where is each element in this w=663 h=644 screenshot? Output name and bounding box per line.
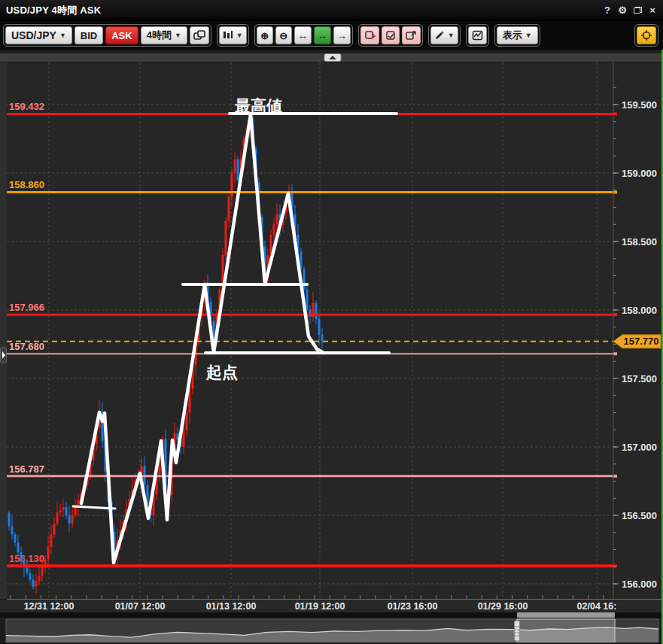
timeframe-label: 4時間 bbox=[147, 29, 172, 42]
crosshair-group bbox=[634, 24, 658, 47]
chevron-down-icon: ▼ bbox=[236, 32, 243, 39]
y-axis-label: 156.500 bbox=[622, 510, 657, 521]
axis-price-marker bbox=[613, 352, 617, 355]
candle bbox=[234, 159, 236, 173]
candlestick-chart[interactable]: 159.432158.860157.966157.680156.787156.1… bbox=[0, 50, 663, 644]
x-axis-label: 01/29 16:00 bbox=[478, 601, 528, 612]
select-chart-button[interactable] bbox=[382, 26, 400, 44]
add-chart-button[interactable] bbox=[360, 26, 379, 44]
pencil-icon bbox=[434, 30, 445, 41]
annotation-text[interactable]: 起点 bbox=[205, 363, 238, 381]
axis-price-marker bbox=[613, 475, 617, 478]
candle bbox=[62, 507, 65, 510]
candle bbox=[75, 507, 77, 515]
x-axis-label: 01/19 12:00 bbox=[295, 601, 345, 612]
candle bbox=[32, 580, 35, 587]
candle bbox=[20, 552, 23, 562]
draw-group: ▼ bbox=[428, 24, 461, 47]
candle bbox=[65, 507, 68, 515]
candle bbox=[47, 547, 50, 559]
chart-area: 159.432158.860157.966157.680156.787156.1… bbox=[0, 50, 663, 644]
y-axis-label: 159.500 bbox=[622, 99, 657, 111]
candle bbox=[228, 197, 230, 221]
display-label: 表示 bbox=[503, 29, 522, 42]
restore-window-icon[interactable] bbox=[630, 5, 645, 16]
settings-gear-icon[interactable]: ⚙ bbox=[615, 5, 630, 16]
display-dropdown[interactable]: 表示 ▼ bbox=[497, 26, 538, 44]
candle bbox=[59, 510, 62, 513]
chevron-down-icon: ▼ bbox=[175, 32, 181, 39]
candle bbox=[71, 515, 74, 524]
candle bbox=[11, 527, 14, 535]
candle bbox=[273, 224, 275, 235]
candle bbox=[231, 173, 233, 197]
chevron-down-icon: ▼ bbox=[448, 32, 455, 39]
candle bbox=[321, 335, 324, 342]
price-line-label: 156.787 bbox=[9, 463, 44, 475]
current-price-label: 157.770 bbox=[624, 336, 659, 347]
arrow-right-icon: → bbox=[337, 30, 347, 41]
candle bbox=[53, 524, 56, 535]
zoom-group: ⊕ ⊖ ↔ ↔ → bbox=[254, 24, 353, 47]
price-line-label: 157.966 bbox=[9, 302, 44, 313]
candle bbox=[14, 534, 17, 542]
draw-tools-dropdown[interactable]: ▼ bbox=[430, 26, 458, 44]
scrollbar-thumb[interactable] bbox=[517, 612, 615, 618]
crosshair-button[interactable] bbox=[637, 26, 656, 44]
popout-chart-button[interactable] bbox=[402, 26, 421, 44]
x-axis-label: 12/31 12:00 bbox=[24, 601, 75, 612]
indicator-group bbox=[466, 24, 489, 47]
close-icon[interactable]: × bbox=[645, 5, 660, 16]
y-axis-label: 159.000 bbox=[622, 168, 657, 179]
link-icon bbox=[193, 30, 205, 41]
axis-price-marker bbox=[613, 190, 617, 193]
scroll-to-latest-button[interactable]: → bbox=[333, 26, 351, 44]
plot-background[interactable] bbox=[7, 62, 613, 599]
candle bbox=[315, 303, 318, 319]
candle bbox=[8, 512, 11, 526]
chart-type-group: ▼ bbox=[217, 24, 249, 47]
y-axis-label: 157.000 bbox=[622, 442, 657, 453]
zoom-in-button[interactable]: ⊕ bbox=[257, 26, 273, 44]
popout-chart-icon bbox=[406, 30, 417, 41]
navigator-handle[interactable] bbox=[515, 621, 520, 641]
candle bbox=[17, 542, 20, 552]
candle bbox=[237, 159, 239, 180]
help-icon[interactable]: ? bbox=[600, 5, 615, 16]
titlebar: USD/JPY 4時間 ASK ? ⚙ × bbox=[0, 0, 663, 21]
auto-scroll-button[interactable]: ↔ bbox=[314, 26, 331, 44]
bid-button[interactable]: BID bbox=[75, 26, 103, 44]
candle bbox=[41, 567, 44, 576]
y-axis-label: 158.500 bbox=[622, 236, 657, 248]
y-axis-label: 157.500 bbox=[622, 373, 657, 384]
candle bbox=[68, 515, 71, 524]
symbol-dropdown[interactable]: USD/JPY ▼ bbox=[5, 26, 72, 44]
candle bbox=[186, 413, 188, 430]
candle bbox=[303, 269, 306, 289]
axis-price-marker bbox=[613, 313, 617, 316]
annotation-text[interactable]: 最高値 bbox=[235, 97, 282, 114]
symbol-label: USD/JPY bbox=[11, 29, 56, 41]
chart-type-dropdown[interactable]: ▼ bbox=[219, 26, 247, 44]
zoom-out-button[interactable]: ⊖ bbox=[275, 26, 292, 44]
candle bbox=[309, 310, 312, 317]
link-charts-button[interactable] bbox=[190, 26, 209, 44]
price-line-label: 159.432 bbox=[9, 101, 44, 112]
indicator-button[interactable] bbox=[468, 26, 487, 44]
candle bbox=[35, 581, 38, 586]
y-axis-label: 158.000 bbox=[622, 305, 657, 316]
fit-width-button[interactable]: ↔ bbox=[294, 26, 312, 44]
candle bbox=[50, 534, 53, 546]
fit-width-icon: ↔ bbox=[298, 30, 308, 41]
price-line-label: 157.680 bbox=[9, 341, 44, 352]
candle bbox=[56, 512, 59, 524]
indicator-chart-icon bbox=[472, 30, 483, 41]
candle bbox=[318, 319, 321, 335]
navigator-selection[interactable] bbox=[517, 619, 615, 642]
price-line-label: 158.860 bbox=[9, 179, 44, 190]
x-axis-label: 02/04 16: bbox=[577, 601, 617, 612]
timeframe-dropdown[interactable]: 4時間 ▼ bbox=[141, 26, 187, 44]
ask-button[interactable]: ASK bbox=[105, 26, 138, 44]
y-axis-label: 156.000 bbox=[622, 579, 657, 590]
auto-scroll-icon: ↔ bbox=[318, 30, 327, 41]
